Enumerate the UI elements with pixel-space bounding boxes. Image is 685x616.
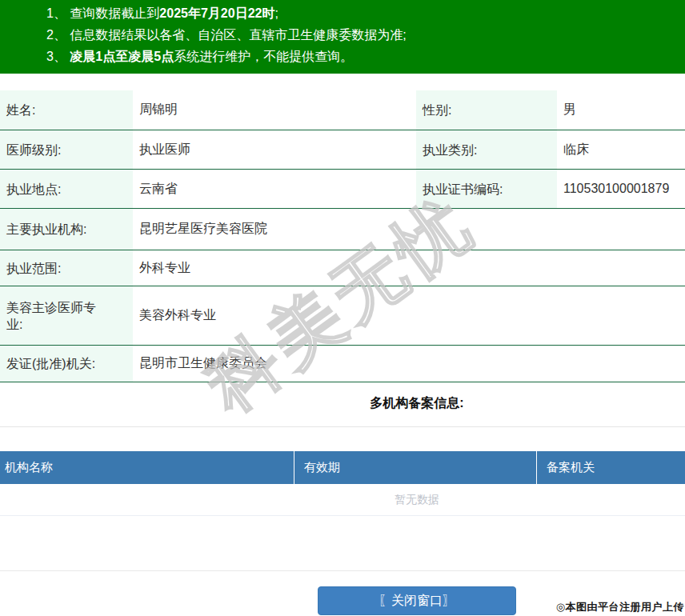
field-label-doctor-level: 医师级别: xyxy=(0,130,133,169)
notice-line-2: 2、 信息数据结果以各省、自治区、直辖市卫生健康委数据为准; xyxy=(46,24,685,46)
notice-bold-text: 2025年7月20日22时 xyxy=(159,6,274,20)
upload-credit-watermark: ◎本图由平台注册用户上传 xyxy=(556,600,684,614)
column-header-institution-name: 机构名称 xyxy=(0,451,294,484)
column-header-validity-period: 有效期 xyxy=(294,451,537,484)
field-label-practice-category: 执业类别: xyxy=(416,130,557,169)
table-row: 发证(批准)机关: 昆明市卫生健康委员会 xyxy=(0,346,685,382)
table-row: 美容主诊医师专业: 美容外科专业 xyxy=(0,286,685,346)
field-label-name: 姓名: xyxy=(0,90,133,130)
label-text: 主要执业机构: xyxy=(0,221,86,238)
field-value-name: 周锦明 xyxy=(133,102,416,118)
table-row: 姓名: 周锦明 性别: 男 xyxy=(0,90,685,130)
field-value-main-institution: 昆明艺星医疗美容医院 xyxy=(133,221,685,238)
notice-banner: 1、 查询数据截止到2025年7月20日22时; 2、 信息数据结果以各省、自治… xyxy=(0,0,685,74)
notice-text: 1、 查询数据截止到 xyxy=(46,6,159,20)
filing-section: 多机构备案信息: 机构名称 有效期 备案机关 暂无数据 〖关闭窗口〗 xyxy=(0,382,685,615)
field-value-cosmetic-specialty: 美容外科专业 xyxy=(133,307,685,324)
practitioner-info-table: 姓名: 周锦明 性别: 男 医师级别: 执业医师 执业类别: 临床 执业地点: … xyxy=(0,90,685,382)
notice-text: 3、 xyxy=(46,50,70,63)
field-label-practice-scope: 执业范围: xyxy=(0,250,133,286)
notice-line-3: 3、 凌晨1点至凌晨5点系统进行维护，不能提供查询。 xyxy=(46,46,685,67)
notice-text: 2、 信息数据结果以各省、自治区、直辖市卫生健康委数据为准; xyxy=(46,28,407,42)
label-text: 发证(批准)机关: xyxy=(0,355,95,372)
table-row: 执业地点: 云南省 执业证书编码: 110530100001879 xyxy=(0,170,685,209)
label-text: 美容主诊医师专业: xyxy=(0,299,98,333)
label-text: 执业范围: xyxy=(0,260,61,277)
field-value-practice-location: 云南省 xyxy=(133,181,416,198)
field-label-issuing-authority: 发证(批准)机关: xyxy=(0,346,133,382)
field-label-main-institution: 主要执业机构: xyxy=(0,209,133,250)
section-divider xyxy=(0,516,685,571)
field-value-practice-scope: 外科专业 xyxy=(133,260,685,277)
label-text: 执业类别: xyxy=(416,142,477,158)
table-row: 执业范围: 外科专业 xyxy=(0,250,685,286)
field-value-practice-category: 临床 xyxy=(557,142,685,158)
field-value-issuing-authority: 昆明市卫生健康委员会 xyxy=(133,355,685,372)
empty-data-placeholder: 暂无数据 xyxy=(0,484,685,516)
notice-line-1: 1、 查询数据截止到2025年7月20日22时; xyxy=(46,2,685,24)
table-row: 医师级别: 执业医师 执业类别: 临床 xyxy=(0,130,685,170)
column-header-filing-authority: 备案机关 xyxy=(537,451,685,484)
license-query-result-page: 1、 查询数据截止到2025年7月20日22时; 2、 信息数据结果以各省、自治… xyxy=(0,0,685,616)
label-text: 姓名: xyxy=(0,102,35,118)
filing-table-header: 机构名称 有效期 备案机关 xyxy=(0,451,685,484)
label-text: 性别: xyxy=(416,102,451,118)
field-label-cosmetic-specialty: 美容主诊医师专业: xyxy=(0,286,133,345)
field-value-doctor-level: 执业医师 xyxy=(133,142,416,158)
notice-text: ; xyxy=(274,6,278,20)
notice-text: 系统进行维护，不能提供查询。 xyxy=(174,50,353,63)
field-label-gender: 性别: xyxy=(416,90,557,130)
label-text: 执业地点: xyxy=(0,181,61,198)
notice-bold-text: 凌晨1点至凌晨5点 xyxy=(70,50,174,63)
field-label-certificate-number: 执业证书编码: xyxy=(416,170,557,208)
field-value-certificate-number: 110530100001879 xyxy=(557,182,685,196)
label-text: 执业证书编码: xyxy=(416,181,503,198)
close-window-button[interactable]: 〖关闭窗口〗 xyxy=(318,586,516,615)
table-row: 主要执业机构: 昆明艺星医疗美容医院 xyxy=(0,209,685,250)
filing-section-title: 多机构备案信息: xyxy=(0,382,685,427)
field-value-gender: 男 xyxy=(557,102,685,118)
field-label-practice-location: 执业地点: xyxy=(0,170,133,208)
label-text: 医师级别: xyxy=(0,142,61,158)
